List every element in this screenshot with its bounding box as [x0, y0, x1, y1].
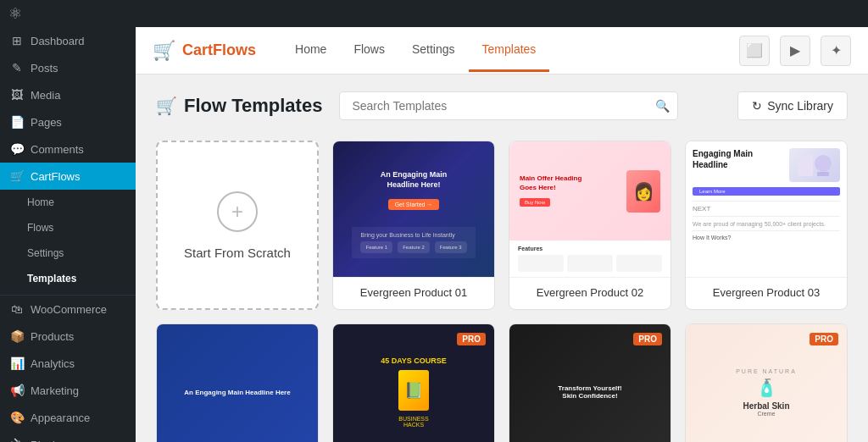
cartflows-icon: 🛒	[10, 169, 24, 183]
sidebar-item-marketing[interactable]: 📢 Marketing	[0, 377, 136, 404]
sidebar: ⊞ Dashboard ✎ Posts 🖼 Media 📄 Pages 💬 Co…	[0, 27, 136, 442]
template-preview-03: Engaging MainHeadline Learn More NEXT	[686, 141, 847, 277]
nav-settings[interactable]: Settings	[398, 29, 469, 72]
template-label-03: Evergreen Product 03	[686, 277, 847, 307]
nav-links: Home Flows Settings Templates	[281, 29, 549, 72]
video-icon-btn[interactable]: ▶	[780, 36, 810, 66]
sidebar-item-cartflows[interactable]: 🛒 CartFlows	[0, 163, 136, 190]
nav-flows[interactable]: Flows	[340, 29, 398, 72]
template-card-03[interactable]: Engaging MainHeadline Learn More NEXT	[685, 141, 848, 310]
pages-icon: 📄	[10, 115, 24, 129]
appearance-icon: 🎨	[10, 411, 24, 424]
sidebar-item-woocommerce[interactable]: 🛍 WooCommerce	[0, 296, 136, 323]
preview-visual-02: Main Offer HeadingGoes Here! Buy Now 👩 F…	[509, 141, 670, 277]
template-preview-01: An Engaging MainHeadline Here! Get Start…	[333, 141, 494, 277]
template-label-01: Evergreen Product 01	[333, 277, 494, 307]
brand-name: CartFlows	[182, 41, 256, 59]
sync-library-button[interactable]: ↻ Sync Library	[737, 91, 848, 120]
sync-icon: ↻	[752, 99, 762, 113]
nav-home[interactable]: Home	[281, 29, 340, 72]
preview-visual-03: Engaging MainHeadline Learn More NEXT	[686, 141, 847, 277]
svg-point-1	[815, 155, 832, 172]
template-card-07[interactable]: PRO PURE NATURA 🧴 Herbal Skin Creme Herb…	[685, 323, 848, 442]
sidebar-item-comments[interactable]: 💬 Comments	[0, 135, 136, 163]
svg-rect-0	[798, 155, 813, 176]
templates-title-icon: 🛒	[156, 96, 177, 116]
marketing-icon: 📢	[10, 384, 24, 397]
admin-bar: ⚛	[0, 0, 868, 27]
templates-title: 🛒 Flow Templates	[156, 95, 322, 117]
dashboard-icon: ⊞	[10, 34, 24, 47]
woocommerce-icon: 🛍	[10, 302, 24, 316]
sidebar-item-products[interactable]: 📦 Products	[0, 323, 136, 350]
wp-logo[interactable]: ⚛	[8, 4, 22, 23]
templates-header: 🛒 Flow Templates 🔍 ↻ Sync Library	[156, 91, 848, 120]
preview-visual-01: An Engaging MainHeadline Here! Get Start…	[333, 141, 494, 277]
media-icon: 🖼	[10, 88, 24, 102]
sidebar-sub-templates[interactable]: Templates	[0, 266, 136, 291]
pro-badge-06: PRO	[633, 333, 662, 345]
sidebar-item-analytics[interactable]: 📊 Analytics	[0, 350, 136, 377]
scratch-card[interactable]: + Start From Scratch	[156, 141, 319, 310]
search-bar: 🔍	[339, 91, 678, 120]
brand-icon: 🛒	[153, 40, 175, 62]
svg-rect-2	[817, 172, 829, 176]
brand[interactable]: 🛒 CartFlows	[153, 40, 256, 62]
products-icon: 📦	[10, 329, 24, 343]
sidebar-item-appearance[interactable]: 🎨 Appearance	[0, 404, 136, 431]
settings-icon-btn[interactable]: ✦	[821, 36, 851, 66]
sidebar-item-plugins[interactable]: 🔌 Plugins	[0, 431, 136, 442]
preview-visual-04: An Engaging Main Headline Here	[157, 324, 318, 442]
plugins-icon: 🔌	[10, 438, 24, 442]
template-card-02[interactable]: Main Offer HeadingGoes Here! Buy Now 👩 F…	[509, 141, 671, 310]
pro-badge-05: PRO	[457, 333, 486, 345]
sidebar-item-pages[interactable]: 📄 Pages	[0, 108, 136, 135]
template-card-06[interactable]: PRO Transform Yourself!Skin Confidence! …	[509, 323, 671, 442]
library-icon-btn[interactable]: ⬜	[739, 36, 770, 66]
sidebar-item-posts[interactable]: ✎ Posts	[0, 54, 136, 81]
comments-icon: 💬	[10, 142, 24, 156]
sidebar-sub-home[interactable]: Home	[0, 190, 136, 215]
posts-icon: ✎	[10, 61, 24, 75]
template-label-02: Evergreen Product 02	[509, 277, 670, 307]
sidebar-sub-flows[interactable]: Flows	[0, 215, 136, 240]
top-nav: 🛒 CartFlows Home Flows Settings Template…	[136, 27, 868, 75]
search-icon: 🔍	[655, 99, 670, 113]
search-input[interactable]	[339, 91, 678, 120]
sidebar-item-media[interactable]: 🖼 Media	[0, 81, 136, 108]
pro-badge-07: PRO	[810, 333, 838, 345]
templates-grid: + Start From Scratch An Engaging MainHea…	[156, 141, 848, 442]
sidebar-item-dashboard[interactable]: ⊞ Dashboard	[0, 27, 136, 54]
top-nav-icons: ⬜ ▶ ✦	[739, 36, 851, 66]
page-content: 🛒 Flow Templates 🔍 ↻ Sync Library + Star…	[136, 75, 868, 442]
analytics-icon: 📊	[10, 356, 24, 370]
scratch-plus-icon: +	[217, 191, 258, 232]
template-preview-04: An Engaging Main Headline Here	[157, 324, 318, 442]
main-content: 🛒 CartFlows Home Flows Settings Template…	[136, 27, 868, 442]
template-card-04[interactable]: An Engaging Main Headline Here eCourse T…	[156, 323, 319, 442]
nav-templates[interactable]: Templates	[469, 29, 550, 72]
template-card-05[interactable]: PRO 45 DAYS COURSE 📗 BUSINESSHACKS 45 Da…	[332, 323, 495, 442]
template-preview-02: Main Offer HeadingGoes Here! Buy Now 👩 F…	[509, 141, 670, 277]
sidebar-sub-settings[interactable]: Settings	[0, 240, 136, 266]
template-card-01[interactable]: An Engaging MainHeadline Here! Get Start…	[332, 141, 495, 310]
